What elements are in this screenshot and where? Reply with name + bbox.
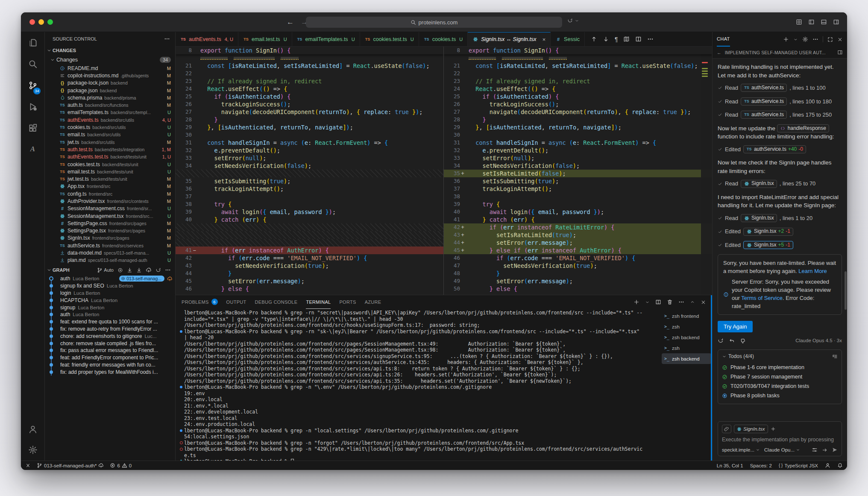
- file-row[interactable]: TSconfig.tsfrontend/srcM: [45, 190, 175, 197]
- commit-row[interactable]: signup fix and SEOLuca Berton: [45, 282, 175, 290]
- todo-item[interactable]: Phase 8 polish tasks: [722, 391, 838, 400]
- editor-tab[interactable]: TScookies.test.tsU: [360, 32, 419, 46]
- file-chip[interactable]: TSauthService.ts: [741, 84, 787, 92]
- minimize-window-button[interactable]: [38, 19, 44, 25]
- attach-icon[interactable]: [722, 425, 731, 433]
- diff-modified-pane[interactable]: 8export function SignIn() {21 const [isR…: [444, 47, 712, 295]
- chat-input-placeholder[interactable]: Execute the implementation plan by proce…: [722, 437, 838, 443]
- chat-conversation[interactable]: Rate limiting handling is not implemente…: [713, 59, 847, 421]
- file-chip[interactable]: SignIn.tsx+5-1: [743, 241, 793, 249]
- file-row[interactable]: copilot-instructions.md.github/agentsM: [45, 72, 175, 79]
- panel-tab[interactable]: PORTS: [339, 295, 356, 309]
- indentation-item[interactable]: Spaces: 2: [750, 463, 772, 468]
- panel-tab[interactable]: DEBUG CONSOLE: [255, 295, 298, 309]
- model-select[interactable]: Claude Opu...: [764, 447, 800, 452]
- retry-icon[interactable]: [718, 338, 724, 344]
- file-chip[interactable]: SignIn.tsx+2-1: [743, 228, 793, 236]
- panel-tab[interactable]: AZURE: [365, 295, 381, 309]
- link[interactable]: Learn More: [798, 268, 827, 274]
- file-row[interactable]: schema.prismabackend/prismaM: [45, 94, 175, 101]
- target-icon[interactable]: [117, 267, 123, 273]
- editor-tab[interactable]: TSemailTemplates.tsU: [292, 32, 360, 46]
- todo-item[interactable]: T020/T036/T047 integration tests: [722, 382, 838, 391]
- file-row[interactable]: #SettingsPage.cssfrontend/src/pagesM: [45, 220, 175, 227]
- customize-layout-icon[interactable]: [796, 19, 802, 25]
- panel-tab[interactable]: TERMINAL: [306, 295, 331, 309]
- file-row[interactable]: TSjwt.tsbackend/src/utilsM: [45, 138, 175, 146]
- chat-input-box[interactable]: SignIn.tsx Execute the implementation pl…: [718, 421, 842, 456]
- file-row[interactable]: SettingsPage.tsxfrontend/src/pagesM: [45, 227, 175, 235]
- tools-icon[interactable]: [812, 447, 818, 453]
- search-icon[interactable]: [28, 59, 38, 70]
- thumbs-down-icon[interactable]: [740, 338, 746, 344]
- file-row[interactable]: TSjwt.test.tsbackend/tests/unitM: [45, 175, 175, 182]
- extensions-icon[interactable]: [28, 123, 38, 135]
- terminal-instance[interactable]: >_zsh frontend: [662, 311, 711, 321]
- more-actions-icon[interactable]: [164, 36, 170, 42]
- window-controls[interactable]: [29, 19, 53, 25]
- split-editor-icon[interactable]: [635, 36, 642, 42]
- language-mode-item[interactable]: { } TypeScript JSX: [779, 463, 818, 468]
- terminal-output[interactable]: lberton@Lucas-MacBook-Pro backend % grep…: [176, 309, 662, 461]
- commit-row[interactable]: HCAPTCHALuca Berton: [45, 296, 175, 304]
- terminal-instance[interactable]: >_zsh backend: [662, 353, 711, 364]
- file-row[interactable]: {}package.jsonbackendM: [45, 87, 175, 94]
- split-terminal-icon[interactable]: [655, 299, 661, 305]
- chevron-down-icon[interactable]: [575, 18, 579, 23]
- panel-tab[interactable]: OUTPUT: [226, 295, 246, 309]
- editor-tab[interactable]: TSemail.test.tsU: [238, 32, 292, 46]
- file-row[interactable]: TSemailTemplates.tsbackend/src/templ...U: [45, 109, 175, 116]
- voice-icon[interactable]: [822, 447, 827, 453]
- commit-row[interactable]: fix: remove auto-retry from FriendlyErro…: [45, 326, 175, 333]
- send-icon[interactable]: [832, 447, 838, 453]
- graph-section-header[interactable]: GRAPH Auto: [45, 265, 175, 275]
- diff-original-pane[interactable]: 8export function SignIn() {21 const [isR…: [176, 47, 444, 295]
- file-chip[interactable]: TSauthService.ts: [741, 111, 787, 119]
- editor-tab[interactable]: SignIn.tsx ↔ SignIn.tsx×: [468, 32, 551, 46]
- file-chip[interactable]: TSauthService.ts+40-0: [743, 145, 806, 153]
- file-row[interactable]: TSauth.test.tsbackend/tests/integration1…: [45, 146, 175, 153]
- account-icon[interactable]: [28, 425, 38, 436]
- toggle-panel-icon[interactable]: [821, 19, 827, 25]
- source-control-icon[interactable]: 34: [28, 81, 38, 92]
- file-row[interactable]: TSauth.tsbackend/src/functionsM: [45, 101, 175, 109]
- undo-icon[interactable]: [729, 338, 735, 344]
- scrollbar[interactable]: [845, 271, 847, 310]
- chat-tab[interactable]: CHAT: [717, 32, 730, 47]
- file-row[interactable]: TScookies.tsbackend/src/utilsU: [45, 123, 175, 131]
- url-bar[interactable]: proteinlens.com: [306, 17, 562, 28]
- try-again-button[interactable]: Try Again: [718, 321, 753, 332]
- more-actions-icon[interactable]: [647, 36, 654, 42]
- more-actions-icon[interactable]: [165, 267, 171, 273]
- toggle-sidebar-icon[interactable]: [808, 19, 815, 25]
- fetch-icon[interactable]: [136, 267, 142, 273]
- commit-row[interactable]: chore: remove stale compiled .js files f…: [45, 340, 175, 347]
- back-icon[interactable]: ←: [717, 50, 721, 55]
- context-chip[interactable]: SignIn.tsx: [734, 425, 768, 433]
- file-row[interactable]: TSemail.tsbackend/src/utilsU: [45, 131, 175, 138]
- agent-select[interactable]: speckit.imple...: [722, 447, 760, 452]
- editor-tab[interactable]: TSauthEvents.ts4, U: [176, 32, 238, 46]
- maximize-panel-icon[interactable]: [690, 299, 695, 305]
- resize-sash[interactable]: [711, 295, 712, 461]
- file-chip[interactable]: SignIn.tsx: [741, 180, 777, 188]
- close-tab-icon[interactable]: ×: [542, 36, 546, 43]
- file-chip[interactable]: TSauthService.ts: [741, 97, 787, 106]
- branch-status-item[interactable]: 013-self-managed-auth*: [37, 463, 104, 468]
- file-row[interactable]: TSemail.test.tsbackend/tests/unitU: [45, 168, 175, 175]
- commit-row[interactable]: chore: add screenshorts to gitignoreLuc.…: [45, 332, 175, 340]
- commit-row[interactable]: feat: extend free quota to 1000 scans fo…: [45, 318, 175, 326]
- editor-tab[interactable]: TScookies.tsU: [419, 32, 468, 46]
- zoom-window-button[interactable]: [47, 19, 53, 25]
- link[interactable]: Terms of Service: [741, 295, 783, 301]
- diff-editor[interactable]: 8export function SignIn() {21 const [isR…: [176, 47, 712, 295]
- commit-row[interactable]: feat: add FriendlyError component to Pri…: [45, 354, 175, 361]
- commit-row[interactable]: loginLuca Berton: [45, 290, 175, 297]
- panel-tab[interactable]: PROBLEMS6: [182, 295, 218, 309]
- changes-section-header[interactable]: CHANGES: [45, 46, 175, 55]
- publish-cloud-icon[interactable]: [146, 267, 152, 273]
- azure-icon[interactable]: A: [30, 145, 35, 153]
- commit-row[interactable]: fix: add proper types for MealWithFoods …: [45, 368, 175, 376]
- chevron-down-icon[interactable]: [793, 37, 798, 42]
- file-row[interactable]: SignIn.tsxfrontend/src/pagesM: [45, 235, 175, 242]
